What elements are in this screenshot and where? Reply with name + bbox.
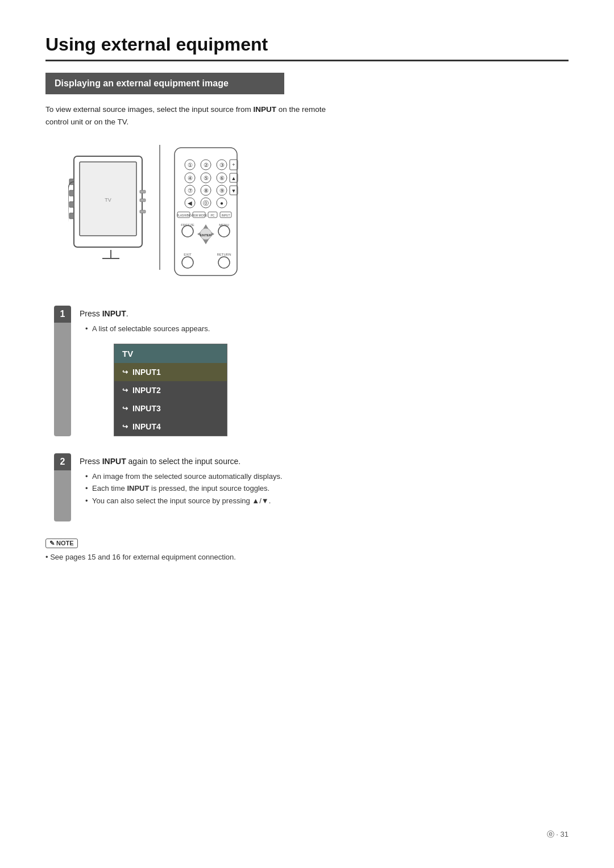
note-header: ✎ NOTE (45, 539, 569, 548)
svg-text:●: ● (220, 200, 223, 206)
svg-text:⑥: ⑥ (219, 175, 225, 181)
svg-rect-5 (69, 190, 74, 196)
menu-input1-label: INPUT1 (132, 368, 161, 377)
svg-text:▼: ▼ (231, 188, 237, 194)
input4-icon: ↪ (122, 423, 128, 431)
step-2-bullet-2: Each time INPUT is pressed, the input so… (85, 483, 569, 494)
svg-text:◀: ◀ (188, 200, 192, 206)
svg-text:RETURN: RETURN (217, 253, 231, 256)
menu-input4-label: INPUT4 (132, 422, 161, 431)
note-icon-box: ✎ NOTE (45, 539, 78, 548)
svg-text:▲: ▲ (231, 176, 237, 181)
svg-rect-10 (140, 210, 146, 213)
menu-item-input1: ↪ INPUT1 (114, 363, 227, 381)
input-source-menu: TV ↪ INPUT1 ↪ INPUT2 ↪ INPUT3 ↪ INPUT4 (114, 344, 227, 436)
step-1-content: Press INPUT. A list of selectable source… (80, 306, 569, 436)
diagram-area: TV ① ② ③ + ④ ⑤ ⑥ ▲ (45, 145, 569, 283)
svg-rect-6 (69, 202, 74, 207)
step-2-bullet-1: An image from the selected source automa… (85, 471, 569, 482)
step-1-row: 1 Press INPUT. A list of selectable sour… (45, 306, 569, 436)
svg-text:ENTER: ENTER (200, 233, 212, 237)
menu-item-input4: ↪ INPUT4 (114, 418, 227, 436)
svg-text:VIEW MODE: VIEW MODE (190, 214, 208, 217)
svg-text:③: ③ (219, 162, 225, 168)
note-pencil-icon: ✎ (49, 540, 55, 547)
menu-input3-label: INPUT3 (132, 404, 161, 413)
svg-point-53 (182, 226, 193, 237)
input2-icon: ↪ (122, 386, 128, 394)
svg-text:MENU: MENU (219, 223, 229, 227)
step-2-badge: 2 (54, 453, 71, 470)
step-2-row: 2 Press INPUT again to select the input … (45, 453, 569, 521)
diagram-divider (159, 145, 160, 270)
svg-text:PC: PC (211, 214, 215, 217)
svg-text:①: ① (188, 162, 193, 168)
svg-rect-8 (140, 190, 146, 193)
input1-icon: ↪ (122, 368, 128, 376)
svg-text:⑦: ⑦ (188, 187, 193, 194)
page-number: ⓔ · 31 (547, 829, 569, 840)
step-1-bar (54, 323, 71, 436)
note-text: • See pages 15 and 16 for external equip… (45, 552, 569, 563)
menu-tv-label: TV (122, 349, 133, 358)
step-2-content: Press INPUT again to select the input so… (80, 453, 569, 521)
svg-rect-7 (69, 213, 74, 219)
page-title: Using external equipment (45, 34, 569, 55)
menu-item-input2: ↪ INPUT2 (114, 381, 227, 399)
svg-text:⑨: ⑨ (219, 187, 225, 194)
menu-input2-label: INPUT2 (132, 386, 161, 395)
svg-text:④: ④ (188, 175, 193, 181)
svg-text:⓪: ⓪ (203, 200, 209, 206)
tv-diagram: TV (68, 145, 159, 272)
input3-icon: ↪ (122, 404, 128, 412)
step-2-main-text: Press INPUT again to select the input so… (80, 456, 569, 468)
intro-paragraph: To view external source images, select t… (45, 103, 330, 128)
step-2-bullets: An image from the selected source automa… (85, 471, 569, 507)
section-header: Displaying an external equipment image (45, 73, 284, 94)
menu-item-input3: ↪ INPUT3 (114, 399, 227, 418)
step-1-bullet-1: A list of selectable sources appears. (85, 323, 569, 335)
svg-text:FLASH/BK: FLASH/BK (177, 214, 191, 217)
note-section: ✎ NOTE • See pages 15 and 16 for externa… (45, 533, 569, 563)
svg-text:⑧: ⑧ (204, 187, 209, 194)
step-1-badge: 1 (54, 306, 71, 323)
svg-text:FREEZE: FREEZE (181, 223, 194, 227)
steps-container: 1 Press INPUT. A list of selectable sour… (45, 306, 569, 521)
svg-text:INPUT: INPUT (222, 214, 230, 217)
note-label: NOTE (56, 540, 74, 546)
title-divider (45, 60, 569, 61)
menu-item-tv: TV (114, 344, 227, 363)
svg-text:EXIT: EXIT (184, 253, 192, 256)
svg-point-64 (218, 257, 230, 268)
remote-diagram: ① ② ③ + ④ ⑤ ⑥ ▲ ⑦ ⑧ ⑨ (166, 145, 246, 283)
step-1-bullets: A list of selectable sources appears. (85, 323, 569, 335)
svg-point-63 (182, 257, 193, 268)
step-2-bar (54, 470, 71, 521)
svg-text:⑤: ⑤ (204, 175, 209, 181)
svg-point-54 (218, 226, 230, 237)
svg-rect-9 (140, 199, 146, 202)
svg-text:TV: TV (105, 197, 111, 203)
step-1-number-col: 1 (45, 306, 80, 436)
svg-text:+: + (232, 162, 235, 168)
step-2-number-col: 2 (45, 453, 80, 521)
step-1-main-text: Press INPUT. (80, 308, 569, 320)
svg-text:②: ② (204, 162, 209, 168)
step-2-bullet-3: You can also select the input source by … (85, 495, 569, 507)
